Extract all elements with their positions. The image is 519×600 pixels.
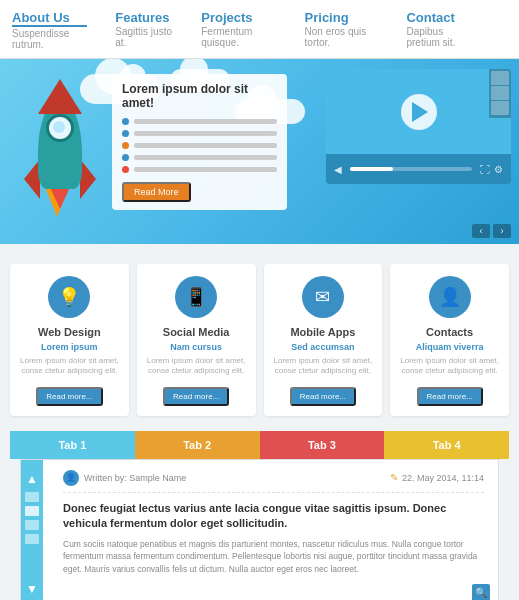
hero-bullet-1 (122, 116, 277, 125)
feature-text-0: Lorem ipsum dolor sit amet, conse ctetur… (18, 356, 121, 377)
hero-bullet-3 (122, 140, 277, 149)
feature-card-1: 📱 Social Media Nam cursus Lorem ipsum do… (137, 264, 256, 416)
feature-icon-0: 💡 (48, 276, 90, 318)
tab-1[interactable]: Tab 1 (10, 431, 135, 459)
date-info: ✎ 22. May 2014, 11:14 (390, 472, 484, 483)
side-block-3 (25, 520, 39, 530)
side-block-2 (25, 506, 39, 516)
hero-section: Lorem ipsum dolor sit amet! Read More (0, 59, 519, 244)
feature-icon-1: 📱 (175, 276, 217, 318)
tab-article: 👤 Written by: Sample Name ✎ 22. May 2014… (63, 470, 484, 576)
hero-bullet-5 (122, 164, 277, 173)
feature-btn-1[interactable]: Read more... (163, 387, 229, 406)
feature-card-2: ✉ Mobile Apps Sed accumsan Lorem ipsum d… (264, 264, 383, 416)
article-date: 22. May 2014, 11:14 (402, 473, 484, 483)
tab-content: ▲ ▼ 👤 Written by: Sample Name ✎ 22. May … (20, 459, 499, 600)
tab-2[interactable]: Tab 2 (135, 431, 260, 459)
nav-title-pricing: Pricing (305, 10, 379, 25)
nav-title-about: About Us (12, 10, 87, 27)
nav-item-pricing[interactable]: PricingNon eros quis tortor. (305, 10, 379, 48)
feature-btn-0[interactable]: Read more... (36, 387, 102, 406)
nav-sub-features: Sagittis justo at. (115, 26, 173, 48)
feature-subtitle-3: Aliquam viverra (398, 342, 501, 352)
feature-subtitle-0: Lorem ipsum (18, 342, 121, 352)
nav-item-features[interactable]: FeaturesSagittis justo at. (115, 10, 173, 48)
hero-heading: Lorem ipsum dolor sit amet! (122, 82, 277, 110)
feature-subtitle-1: Nam cursus (145, 342, 248, 352)
nav-sub-pricing: Non eros quis tortor. (305, 26, 379, 48)
feature-title-0: Web Design (18, 326, 121, 338)
feature-title-2: Mobile Apps (272, 326, 375, 338)
nav-item-contact[interactable]: ContactDapibus pretium sit. (406, 10, 479, 48)
search-button[interactable]: 🔍 (472, 584, 490, 600)
tabs-bar: Tab 1Tab 2Tab 3Tab 4 (10, 431, 509, 459)
progress-bar[interactable] (350, 167, 472, 171)
video-icons (489, 69, 511, 118)
tabs-section: Tab 1Tab 2Tab 3Tab 4 ▲ ▼ 👤 Written by: S… (0, 431, 519, 600)
nav-sub-about: Suspendisse rutrum. (12, 28, 87, 50)
feature-text-2: Lorem ipsum dolor sit amet, conse ctetur… (272, 356, 375, 377)
side-block-4 (25, 534, 39, 544)
article-body: Cum sociis natoque penatibus et magnis d… (63, 538, 484, 576)
article-header: 👤 Written by: Sample Name ✎ 22. May 2014… (63, 470, 484, 493)
scroll-up-arrow[interactable]: ▲ (26, 472, 38, 486)
nav-sub-contact: Dapibus pretium sit. (406, 26, 479, 48)
side-block-1 (25, 492, 39, 502)
hero-nav-arrows: ‹ › (472, 224, 511, 238)
video-controls: ◀ ⛶ ⚙ (326, 154, 511, 184)
nav-item-about[interactable]: About UsSuspendisse rutrum. (12, 10, 87, 50)
nav-title-contact: Contact (406, 10, 479, 25)
nav-title-projects: Projects (201, 10, 276, 25)
tab-3[interactable]: Tab 3 (260, 431, 385, 459)
feature-btn-3[interactable]: Read more... (417, 387, 483, 406)
volume-icon[interactable]: ◀ (334, 164, 342, 175)
feature-text-3: Lorem ipsum dolor sit amet, conse ctetur… (398, 356, 501, 377)
feature-card-3: 👤 Contacts Aliquam viverra Lorem ipsum d… (390, 264, 509, 416)
fullscreen-icon[interactable]: ⛶ (480, 164, 490, 175)
features-grid: 💡 Web Design Lorem ipsum Lorem ipsum dol… (10, 264, 509, 416)
play-button[interactable] (401, 94, 437, 130)
video-player: ◀ ⛶ ⚙ (326, 69, 511, 184)
feature-icon-2: ✉ (302, 276, 344, 318)
feature-subtitle-2: Sed accumsan (272, 342, 375, 352)
tab-4[interactable]: Tab 4 (384, 431, 509, 459)
nav-title-features: Features (115, 10, 173, 25)
nav-sub-projects: Fermentum quisque. (201, 26, 276, 48)
article-title: Donec feugiat lectus varius ante lacia c… (63, 501, 484, 532)
feature-text-1: Lorem ipsum dolor sit amet, conse ctetur… (145, 356, 248, 377)
prev-arrow[interactable]: ‹ (472, 224, 490, 238)
features-section: 💡 Web Design Lorem ipsum Lorem ipsum dol… (0, 244, 519, 431)
scroll-down-arrow[interactable]: ▼ (26, 582, 38, 596)
hero-bullet-4 (122, 152, 277, 161)
feature-btn-2[interactable]: Read more... (290, 387, 356, 406)
next-arrow[interactable]: › (493, 224, 511, 238)
author-info: 👤 Written by: Sample Name (63, 470, 186, 486)
tab-sidebar: ▲ ▼ (21, 460, 43, 600)
author-icon: 👤 (63, 470, 79, 486)
feature-title-1: Social Media (145, 326, 248, 338)
nav-item-projects[interactable]: ProjectsFermentum quisque. (201, 10, 276, 48)
nav-bar: About UsSuspendisse rutrum.FeaturesSagit… (0, 0, 519, 59)
readmore-button[interactable]: Read More (122, 182, 191, 202)
feature-title-3: Contacts (398, 326, 501, 338)
settings-icon[interactable]: ⚙ (494, 164, 503, 175)
feature-card-0: 💡 Web Design Lorem ipsum Lorem ipsum dol… (10, 264, 129, 416)
hero-bullet-2 (122, 128, 277, 137)
hero-text-box: Lorem ipsum dolor sit amet! Read More (112, 74, 287, 210)
author-name: Written by: Sample Name (84, 473, 186, 483)
pencil-icon: ✎ (390, 472, 398, 483)
feature-icon-3: 👤 (429, 276, 471, 318)
